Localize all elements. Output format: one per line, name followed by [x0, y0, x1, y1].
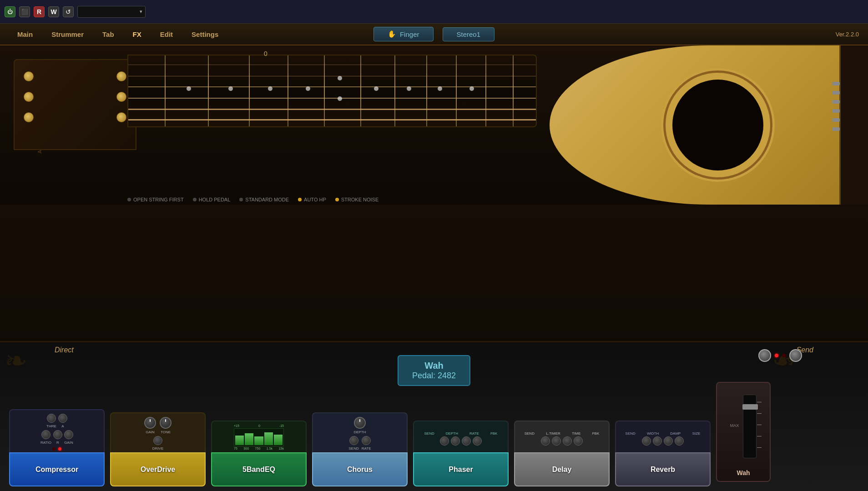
eq-bar-750[interactable] [254, 436, 263, 445]
overdrive-tone-group: TONE [160, 417, 172, 434]
eq-bars[interactable] [234, 428, 284, 446]
fret-3 [249, 55, 250, 126]
fret-dot-7 [374, 86, 378, 91]
mode-hold-pedal[interactable]: HOLD PEDAL [193, 197, 231, 202]
fret-7 [394, 55, 395, 126]
reverb-controls: SEND WIDTH DAMP SIZE [615, 421, 711, 452]
reverb-damp-knob[interactable] [664, 436, 673, 446]
nav-fx[interactable]: FX [125, 28, 150, 41]
mode-open-string[interactable]: OPEN STRING FIRST [127, 197, 184, 202]
tuning-peg-4[interactable] [116, 71, 126, 81]
wah-slider-track[interactable] [743, 395, 757, 458]
delay-ltimer-knob[interactable] [552, 436, 561, 446]
nav-main[interactable]: Main [9, 28, 41, 41]
eq-bar-300[interactable] [245, 433, 253, 445]
wah-slider-handle[interactable] [742, 404, 758, 410]
reverb-name: Reverb [651, 466, 675, 474]
vol-knob-2[interactable] [789, 349, 802, 362]
chorus-rate-knob[interactable] [362, 436, 371, 445]
fret-dot-2 [228, 86, 233, 91]
fret-dot-5 [338, 76, 342, 80]
wah-popup: Wah Pedal: 2482 [398, 355, 470, 386]
power-icon[interactable]: ⏻ [5, 6, 15, 17]
send-direct-labels: Direct Send [0, 346, 868, 354]
delay-time-knob[interactable] [563, 436, 572, 446]
eq-bar-75[interactable] [235, 436, 244, 445]
fret-9 [456, 55, 457, 126]
phaser-label-depth: DEPTH [446, 431, 458, 436]
phaser-fbk-knob[interactable] [473, 436, 482, 446]
phaser-send-knob[interactable] [440, 436, 449, 446]
mode-dot-3 [239, 198, 243, 201]
fret-dot-3 [268, 86, 273, 91]
reverb-footswitch[interactable]: Reverb [615, 452, 711, 486]
delay-fbk-knob[interactable] [574, 436, 583, 446]
nav-tab[interactable]: Tab [94, 28, 122, 41]
reverb-label-damp: DAMP [670, 431, 681, 436]
eq-bar-1k5[interactable] [264, 432, 273, 445]
nav-finger[interactable]: ✋ Finger [373, 27, 434, 41]
compressor-footswitch[interactable]: Compressor [9, 452, 105, 486]
compressor-a-group: A [58, 414, 67, 428]
search-bar[interactable]: ▾ [77, 6, 146, 18]
bridge-peg-5 [833, 118, 840, 122]
midi-icon[interactable]: ⬛ [19, 6, 30, 17]
mode-stroke-noise[interactable]: STROKE NOISE [335, 197, 379, 202]
compressor-r-knob[interactable] [53, 430, 62, 439]
wah-min-max: MAX [730, 423, 739, 430]
fret-dot-10 [469, 86, 474, 91]
version-label: Ver.2.2.0 [836, 31, 859, 38]
compressor-ratio-group: RATIO [40, 430, 51, 445]
chorus-footswitch[interactable]: Chorus [312, 452, 408, 486]
chorus-send-knob[interactable] [349, 436, 358, 445]
phaser-rate-knob[interactable] [462, 436, 471, 446]
nav-settings[interactable]: Settings [183, 28, 227, 41]
reverb-width-knob[interactable] [653, 436, 662, 446]
mode-auto-hp[interactable]: AUTO HP [298, 197, 326, 202]
nav-edit[interactable]: Edit [152, 28, 181, 41]
overdrive-drive-knob[interactable] [153, 436, 162, 445]
eq-label-15k: 15k [279, 447, 284, 450]
record-icon[interactable]: R [34, 6, 45, 17]
reverb-label-send: SEND [626, 431, 636, 436]
compressor-a-knob[interactable] [58, 414, 67, 423]
wah-max-label: MAX [730, 423, 739, 428]
tuning-peg-2[interactable] [24, 92, 34, 102]
delay-send-knob[interactable] [541, 436, 550, 446]
headstock [14, 59, 136, 150]
eq-scale-high: +15 [234, 424, 239, 427]
eq-controls: +15 0 -15 75 300 [211, 421, 307, 452]
eq-scale-mid: 0 [258, 424, 260, 427]
search-icon: ▾ [140, 9, 142, 15]
mode-standard[interactable]: STANDARD MODE [239, 197, 289, 202]
vol-knob-1[interactable] [758, 349, 771, 362]
compressor-thre-knob[interactable] [47, 414, 56, 423]
reverb-send-knob[interactable] [642, 436, 651, 446]
eq-bar-15k[interactable] [274, 435, 283, 445]
nav-stereo[interactable]: Stereo1 [442, 27, 495, 41]
wah-tick-2 [757, 413, 762, 414]
sync-icon[interactable]: ↺ [63, 6, 74, 17]
reverb-size-knob[interactable] [675, 436, 684, 446]
tuning-peg-3[interactable] [24, 112, 34, 122]
tuning-peg-5[interactable] [116, 92, 126, 102]
eq-labels: 75 300 750 1.5k 15k [234, 447, 284, 450]
overdrive-footswitch[interactable]: OverDrive [110, 452, 206, 486]
compressor-gain-knob[interactable] [64, 430, 73, 439]
tuning-peg-1[interactable] [24, 71, 34, 81]
phaser-depth-knob[interactable] [451, 436, 460, 446]
fret-10 [485, 55, 486, 126]
compressor-ratio-knob[interactable] [41, 430, 50, 439]
delay-footswitch[interactable]: Delay [514, 452, 610, 486]
write-icon[interactable]: W [48, 6, 59, 17]
phaser-footswitch[interactable]: Phaser [413, 452, 509, 486]
overdrive-tone-knob[interactable] [160, 417, 172, 429]
delay-name: Delay [552, 466, 572, 474]
chorus-depth-knob[interactable] [354, 417, 366, 429]
tuning-peg-6[interactable] [116, 112, 126, 122]
mode-label-1: OPEN STRING FIRST [133, 197, 184, 202]
nav-strummer[interactable]: Strummer [43, 28, 92, 41]
eq-footswitch[interactable]: 5BandEQ [211, 452, 307, 486]
pedal-delay: SEND L.TIMER TIME FBK [514, 421, 610, 486]
overdrive-gain-knob[interactable] [144, 417, 156, 429]
